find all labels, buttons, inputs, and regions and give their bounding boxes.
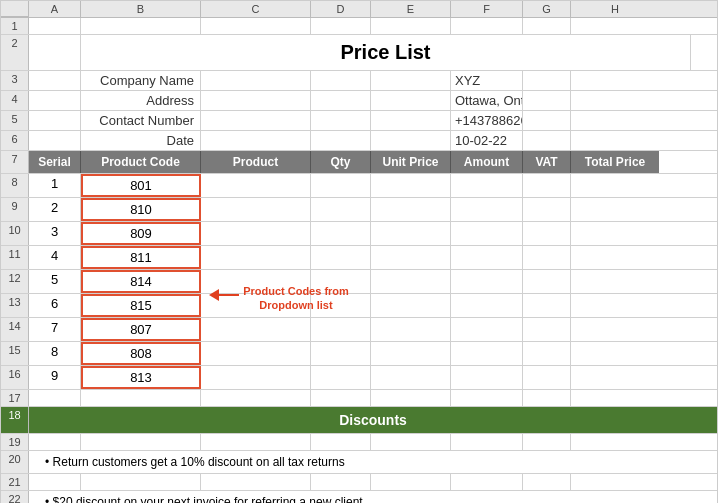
row-num-3: 3	[1, 71, 29, 90]
header-total-price: Total Price	[571, 151, 659, 173]
cell-d17	[311, 390, 371, 406]
amount-7	[451, 318, 523, 341]
serial-4: 4	[29, 246, 81, 269]
uprice-2	[371, 198, 451, 221]
cell-f1	[451, 18, 523, 34]
total-9	[571, 366, 659, 389]
cell-g6	[523, 131, 571, 150]
row-7-headers: 7 Serial Product Code Product Qty Unit P…	[1, 151, 717, 174]
uprice-6	[371, 294, 451, 317]
vat-4	[523, 246, 571, 269]
cell-a21	[29, 474, 81, 490]
spreadsheet: A B C D E F G H 1 2 Price List 3 Company…	[0, 0, 718, 503]
vat-5	[523, 270, 571, 293]
discount-item-1: • Return customers get a 10% discount on…	[29, 451, 717, 473]
cell-b1	[81, 18, 201, 34]
row-5: 5 Contact Number +14378862659	[1, 111, 717, 131]
product-4	[201, 246, 311, 269]
address-value: Ottawa, Ontario	[451, 91, 523, 110]
row-4: 4 Address Ottawa, Ontario	[1, 91, 717, 111]
total-8	[571, 342, 659, 365]
data-row-8: 15 8 808	[1, 342, 717, 366]
row-3: 3 Company Name XYZ	[1, 71, 717, 91]
product-9	[201, 366, 311, 389]
row-num-14: 14	[1, 318, 29, 341]
cell-d5	[311, 111, 371, 130]
cell-h3	[571, 71, 659, 90]
header-vat: VAT	[523, 151, 571, 173]
serial-7: 7	[29, 318, 81, 341]
row-num-1: 1	[1, 18, 29, 34]
row-num-8: 8	[1, 174, 29, 197]
cell-d6	[311, 131, 371, 150]
col-header-f: F	[451, 1, 523, 17]
col-header-a: A	[29, 1, 81, 17]
cell-g19	[523, 434, 571, 450]
corner-cell	[1, 1, 29, 17]
cell-g4	[523, 91, 571, 110]
qty-8	[311, 342, 371, 365]
row-num-7: 7	[1, 151, 29, 173]
cell-f21	[451, 474, 523, 490]
cell-e4	[371, 91, 451, 110]
code-7: 807	[81, 318, 201, 341]
code-9: 813	[81, 366, 201, 389]
uprice-7	[371, 318, 451, 341]
col-header-b: B	[81, 1, 201, 17]
cell-h17	[571, 390, 659, 406]
row-num-22: 22	[1, 491, 29, 503]
row-1: 1	[1, 18, 717, 35]
cell-e1	[371, 18, 451, 34]
cell-e6	[371, 131, 451, 150]
cell-e19	[371, 434, 451, 450]
serial-5: 5	[29, 270, 81, 293]
product-8	[201, 342, 311, 365]
row-num-16: 16	[1, 366, 29, 389]
code-4: 811	[81, 246, 201, 269]
cell-g17	[523, 390, 571, 406]
cell-c3	[201, 71, 311, 90]
serial-9: 9	[29, 366, 81, 389]
total-4	[571, 246, 659, 269]
serial-3: 3	[29, 222, 81, 245]
row-num-5: 5	[1, 111, 29, 130]
cell-d3	[311, 71, 371, 90]
cell-h6	[571, 131, 659, 150]
row-num-9: 9	[1, 198, 29, 221]
product-1	[201, 174, 311, 197]
header-serial: Serial	[29, 151, 81, 173]
amount-1	[451, 174, 523, 197]
col-header-g: G	[523, 1, 571, 17]
row-6: 6 Date 10-02-22	[1, 131, 717, 151]
total-3	[571, 222, 659, 245]
discounts-label: Discounts	[29, 407, 717, 433]
cell-g21	[523, 474, 571, 490]
cell-a4	[29, 91, 81, 110]
cell-b19	[81, 434, 201, 450]
qty-5	[311, 270, 371, 293]
cell-c21	[201, 474, 311, 490]
serial-6: 6	[29, 294, 81, 317]
row-num-17: 17	[1, 390, 29, 406]
row-17: 17	[1, 390, 717, 407]
cell-a1	[29, 18, 81, 34]
uprice-1	[371, 174, 451, 197]
amount-9	[451, 366, 523, 389]
cell-h21	[571, 474, 659, 490]
col-header-h: H	[571, 1, 659, 17]
vat-7	[523, 318, 571, 341]
cell-c4	[201, 91, 311, 110]
code-8: 808	[81, 342, 201, 365]
cell-c19	[201, 434, 311, 450]
cell-g3	[523, 71, 571, 90]
cell-h19	[571, 434, 659, 450]
qty-2	[311, 198, 371, 221]
total-7	[571, 318, 659, 341]
serial-2: 2	[29, 198, 81, 221]
qty-4	[311, 246, 371, 269]
total-2	[571, 198, 659, 221]
cell-a17	[29, 390, 81, 406]
code-6: 815	[81, 294, 201, 317]
cell-d21	[311, 474, 371, 490]
row-num-10: 10	[1, 222, 29, 245]
